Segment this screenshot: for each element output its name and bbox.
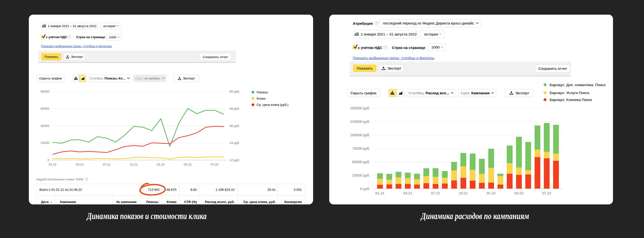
svg-text:0 руб.: 0 руб. [360, 187, 370, 191]
svg-text:100000 руб.: 100000 руб. [350, 133, 370, 137]
svg-text:07.21: 07.21 [431, 191, 440, 195]
svg-text:Показы: Показы [257, 91, 268, 94]
svg-text:25000 руб.: 25000 руб. [352, 173, 370, 177]
svg-text:24 руб.: 24 руб. [230, 141, 240, 145]
svg-text:48 руб.: 48 руб. [230, 107, 240, 110]
svg-text:04.22: 04.22 [514, 191, 524, 195]
svg-text:10.21: 10.21 [130, 163, 138, 166]
svg-text:Барнаул. Услуги.Поиск.: Барнаул. Услуги.Поиск. [550, 91, 590, 95]
svg-text:07.22: 07.22 [542, 191, 551, 195]
svg-text:07.21: 07.21 [103, 163, 111, 166]
svg-text:01.22: 01.22 [486, 191, 496, 195]
svg-text:Клики: Клики [257, 97, 266, 100]
svg-text:12 руб.: 12 руб. [230, 158, 240, 162]
svg-text:20000: 20000 [40, 141, 49, 145]
svg-text:50000 руб.: 50000 руб. [352, 160, 370, 164]
svg-text:150000 руб.: 150000 руб. [350, 106, 370, 110]
svg-text:01.22: 01.22 [157, 163, 165, 166]
svg-text:80000: 80000 [40, 90, 49, 93]
svg-text:07.22: 07.22 [211, 163, 219, 166]
svg-text:75000 руб.: 75000 руб. [352, 146, 370, 150]
svg-text:01.21: 01.21 [49, 163, 57, 166]
svg-text:60000: 60000 [40, 107, 49, 110]
svg-text:04.21: 04.21 [403, 191, 412, 195]
svg-text:40000: 40000 [40, 124, 49, 128]
svg-text:36 руб.: 36 руб. [230, 124, 240, 128]
svg-text:60 руб.: 60 руб. [230, 90, 240, 93]
svg-text:04.21: 04.21 [76, 163, 84, 166]
svg-text:10.21: 10.21 [459, 191, 468, 195]
svg-text:0: 0 [48, 158, 49, 162]
svg-text:01.21: 01.21 [376, 191, 385, 195]
svg-text:Ср. цена клика (руб.): Ср. цена клика (руб.) [257, 103, 288, 107]
svg-text:Барнаул. Доп. семантика. Поиск: Барнаул. Доп. семантика. Поиск [550, 83, 606, 87]
svg-text:Барнаул. Клиника.Поиск: Барнаул. Клиника.Поиск [550, 98, 592, 102]
svg-text:125000 руб.: 125000 руб. [350, 119, 370, 123]
svg-text:04.22: 04.22 [184, 163, 192, 166]
